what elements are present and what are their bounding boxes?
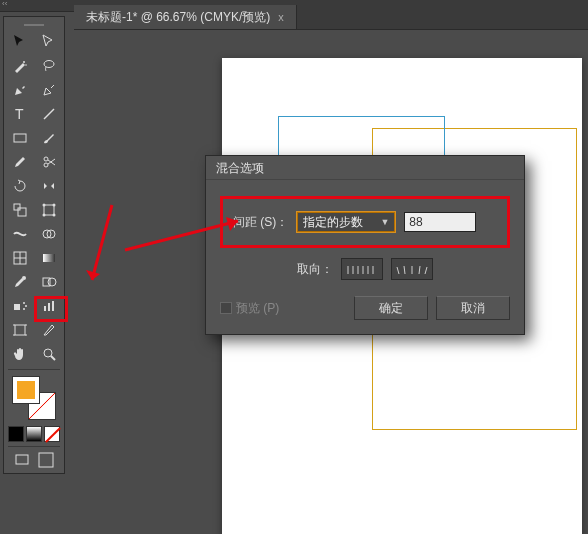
cancel-button[interactable]: 取消 xyxy=(436,296,510,320)
svg-line-41 xyxy=(404,266,405,274)
symbol-sprayer-tool[interactable] xyxy=(6,295,33,317)
close-tab-icon[interactable]: x xyxy=(278,11,284,23)
svg-line-40 xyxy=(397,267,399,274)
svg-rect-9 xyxy=(18,208,26,216)
svg-point-2 xyxy=(44,61,54,68)
checkbox-box-icon xyxy=(220,302,232,314)
spacing-mode-dropdown[interactable]: 指定的步数 ▼ xyxy=(296,211,396,233)
lasso-tool[interactable] xyxy=(35,55,62,77)
chevron-down-icon: ▼ xyxy=(380,217,389,227)
preview-checkbox[interactable]: 预览 (P) xyxy=(220,300,346,317)
svg-point-14 xyxy=(52,214,55,217)
blend-options-dialog: 混合选项 间距 (S)： 指定的步数 ▼ 取向： xyxy=(205,155,525,335)
reflect-tool[interactable] xyxy=(35,175,62,197)
scale-tool[interactable] xyxy=(6,199,33,221)
fill-stroke-swatch[interactable] xyxy=(12,376,56,420)
svg-rect-33 xyxy=(39,453,53,467)
svg-point-12 xyxy=(52,204,55,207)
line-segment-tool[interactable] xyxy=(35,103,62,125)
cancel-button-label: 取消 xyxy=(461,300,485,317)
svg-rect-22 xyxy=(14,304,20,310)
width-tool[interactable] xyxy=(6,223,33,245)
svg-point-23 xyxy=(23,302,25,304)
svg-point-6 xyxy=(44,157,48,161)
fill-swatch[interactable] xyxy=(12,376,40,404)
preview-label: 预览 (P) xyxy=(236,300,279,317)
panel-grip[interactable] xyxy=(6,21,62,29)
svg-line-43 xyxy=(419,266,420,274)
svg-rect-28 xyxy=(52,301,54,311)
svg-point-30 xyxy=(44,349,52,357)
svg-line-31 xyxy=(51,356,55,360)
spacing-mode-value: 指定的步数 xyxy=(303,214,363,231)
panel-collapse-bar[interactable] xyxy=(0,0,74,12)
annotation-highlight-spacing: 间距 (S)： 指定的步数 ▼ xyxy=(220,196,510,248)
magic-wand-tool[interactable] xyxy=(6,55,33,77)
svg-rect-10 xyxy=(44,205,54,215)
document-tab-bar: 未标题-1* @ 66.67% (CMYK/预览) x xyxy=(74,0,588,30)
svg-point-1 xyxy=(25,64,27,66)
scissors-tool[interactable] xyxy=(35,151,62,173)
spacing-steps-input[interactable] xyxy=(404,212,476,232)
ok-button[interactable]: 确定 xyxy=(354,296,428,320)
artboard-tool[interactable] xyxy=(6,319,33,341)
screen-mode-normal[interactable] xyxy=(12,451,32,469)
svg-point-11 xyxy=(42,204,45,207)
eyedropper-tool[interactable] xyxy=(6,271,33,293)
svg-point-25 xyxy=(23,308,25,310)
svg-point-0 xyxy=(23,61,25,63)
orientation-label: 取向： xyxy=(297,261,333,278)
tools-panel: T xyxy=(3,16,65,474)
slice-tool[interactable] xyxy=(35,319,62,341)
gradient-tool[interactable] xyxy=(35,247,62,269)
free-transform-tool[interactable] xyxy=(35,199,62,221)
pencil-tool[interactable] xyxy=(6,151,33,173)
dialog-title: 混合选项 xyxy=(206,156,524,180)
svg-rect-18 xyxy=(43,254,55,262)
rectangle-tool[interactable] xyxy=(6,127,33,149)
screen-mode-full[interactable] xyxy=(36,451,56,469)
svg-rect-29 xyxy=(15,325,25,335)
svg-rect-26 xyxy=(44,306,46,311)
svg-rect-8 xyxy=(14,204,20,210)
direct-selection-tool[interactable] xyxy=(35,31,62,53)
selection-tool[interactable] xyxy=(6,31,33,53)
paintbrush-tool[interactable] xyxy=(35,127,62,149)
ok-button-label: 确定 xyxy=(379,300,403,317)
svg-point-19 xyxy=(22,276,26,280)
blend-tool[interactable] xyxy=(35,271,62,293)
svg-point-7 xyxy=(44,163,48,167)
svg-point-13 xyxy=(42,214,45,217)
zoom-tool[interactable] xyxy=(35,343,62,365)
document-tab[interactable]: 未标题-1* @ 66.67% (CMYK/预览) x xyxy=(74,5,297,29)
svg-rect-27 xyxy=(48,303,50,311)
color-mode-solid[interactable] xyxy=(8,426,24,442)
svg-point-21 xyxy=(48,278,56,286)
svg-rect-5 xyxy=(14,134,26,142)
column-graph-tool[interactable] xyxy=(35,295,62,317)
svg-point-24 xyxy=(25,305,27,307)
curvature-tool[interactable] xyxy=(35,79,62,101)
svg-line-44 xyxy=(425,267,427,274)
mesh-tool[interactable] xyxy=(6,247,33,269)
svg-text:T: T xyxy=(15,106,24,122)
svg-rect-32 xyxy=(16,455,28,464)
spacing-label: 间距 (S)： xyxy=(233,214,288,231)
shape-builder-tool[interactable] xyxy=(35,223,62,245)
orientation-align-path-button[interactable] xyxy=(391,258,433,280)
pen-tool[interactable] xyxy=(6,79,33,101)
orientation-align-page-button[interactable] xyxy=(341,258,383,280)
rotate-tool[interactable] xyxy=(6,175,33,197)
document-tab-title: 未标题-1* @ 66.67% (CMYK/预览) xyxy=(86,9,270,26)
svg-line-4 xyxy=(44,109,54,119)
color-mode-gradient[interactable] xyxy=(26,426,42,442)
color-mode-none[interactable] xyxy=(44,426,60,442)
hand-tool[interactable] xyxy=(6,343,33,365)
type-tool[interactable]: T xyxy=(6,103,33,125)
